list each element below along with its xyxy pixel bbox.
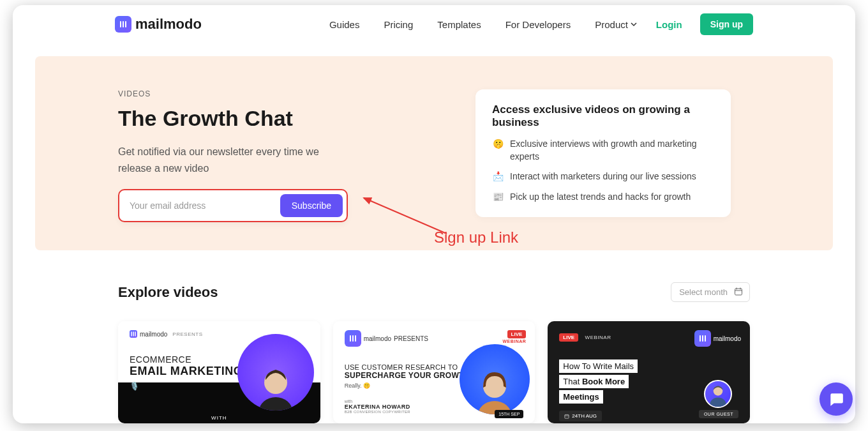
svg-rect-15 xyxy=(355,335,356,342)
svg-rect-18 xyxy=(700,335,701,342)
benefits-heading: Access exclusive videos on growing a bus… xyxy=(492,103,714,129)
top-nav: mailmodo Guides Pricing Templates For De… xyxy=(13,5,855,43)
brand-logo-icon xyxy=(130,330,137,338)
benefits-card: Access exclusive videos on growing a bus… xyxy=(475,89,731,217)
card-title-line: Meetings xyxy=(559,390,602,404)
card-presents: PRESENTS xyxy=(172,331,202,337)
nav-product[interactable]: Product xyxy=(595,19,637,30)
benefit-item: 🤫 Exclusive interviews with growth and m… xyxy=(492,138,714,163)
calendar-icon xyxy=(564,414,569,419)
card-brand-text: mailmodo xyxy=(714,335,741,342)
explore-title: Explore videos xyxy=(118,284,218,301)
svg-rect-2 xyxy=(125,21,126,27)
nav-developers[interactable]: For Developers xyxy=(505,19,571,30)
subscribe-form: Subscribe xyxy=(118,189,348,222)
benefit-emoji-icon: 📰 xyxy=(492,191,504,204)
benefit-emoji-icon: 📩 xyxy=(492,170,504,183)
live-badge: LIVE xyxy=(507,330,527,338)
explore-header: Explore videos Select month xyxy=(118,282,750,302)
svg-rect-1 xyxy=(123,21,124,27)
svg-point-24 xyxy=(710,398,726,409)
brand-logo-icon xyxy=(694,330,711,347)
video-cards: mailmodo PRESENTS ECOMMERCE EMAIL MARKET… xyxy=(118,321,750,423)
nav-links: Guides Pricing Templates For Developers … xyxy=(329,19,637,30)
speaker-avatar xyxy=(460,344,530,414)
login-link[interactable]: Login xyxy=(656,19,682,30)
benefit-text: Interact with marketers during our live … xyxy=(510,170,696,183)
nav-templates[interactable]: Templates xyxy=(437,19,481,30)
date-badge: 24TH AUG xyxy=(559,411,602,421)
speaker-avatar xyxy=(237,334,314,411)
signup-button[interactable]: Sign up xyxy=(700,13,753,35)
benefit-text: Exclusive interviews with growth and mar… xyxy=(510,138,714,163)
brand-logo-icon xyxy=(345,330,361,347)
card-brand: mailmodo xyxy=(694,330,741,347)
subscribe-button[interactable]: Subscribe xyxy=(280,194,343,217)
video-card-research[interactable]: LIVE WEBINAR mailmodo PRESENTS USE CUSTO… xyxy=(333,321,535,423)
hero-subtitle: Get notified via our newsletter every ti… xyxy=(118,144,348,176)
webinar-badge: WEBINAR xyxy=(502,339,526,344)
svg-rect-13 xyxy=(350,335,351,342)
chat-icon xyxy=(828,391,844,407)
card-with: WITH xyxy=(211,415,227,421)
benefit-emoji-icon: 🤫 xyxy=(492,138,504,163)
annotation-label: Sign up Link xyxy=(434,229,518,246)
speaker-avatar xyxy=(704,380,732,408)
svg-rect-0 xyxy=(120,21,121,27)
webinar-badge: WEBINAR xyxy=(585,335,611,340)
benefit-item: 📰 Pick up the latest trends and hacks fo… xyxy=(492,191,714,204)
svg-rect-14 xyxy=(352,335,354,342)
nav-guides[interactable]: Guides xyxy=(329,19,360,30)
hero-eyebrow: VIDEOS xyxy=(118,89,361,98)
chat-widget-button[interactable] xyxy=(819,382,853,416)
card-title-line: That Book More xyxy=(559,375,629,388)
hero-left: VIDEOS The Growth Chat Get notified via … xyxy=(118,89,361,222)
date-text: 24TH AUG xyxy=(572,413,597,419)
svg-rect-8 xyxy=(131,331,132,336)
benefit-item: 📩 Interact with marketers during our liv… xyxy=(492,170,714,183)
svg-rect-10 xyxy=(135,331,136,336)
card-brand-text: mailmodo xyxy=(140,331,167,338)
svg-rect-20 xyxy=(705,335,706,342)
calendar-icon xyxy=(734,287,743,298)
brand-name: mailmodo xyxy=(135,16,202,33)
svg-rect-9 xyxy=(133,331,134,336)
chevron-down-icon xyxy=(631,21,637,27)
svg-rect-19 xyxy=(702,335,703,342)
nav-product-label: Product xyxy=(595,19,628,30)
benefit-text: Pick up the latest trends and hacks for … xyxy=(510,191,691,204)
date-badge: 15TH SEP xyxy=(495,410,523,418)
svg-rect-4 xyxy=(735,289,742,295)
brand-logo-icon xyxy=(115,16,131,33)
video-card-ecommerce[interactable]: mailmodo PRESENTS ECOMMERCE EMAIL MARKET… xyxy=(118,321,320,423)
video-card-meetings[interactable]: LIVE WEBINAR mailmodo How To Write Mails… xyxy=(548,321,750,423)
svg-point-11 xyxy=(259,397,292,411)
month-select[interactable]: Select month xyxy=(671,282,750,302)
card-title-line: How To Write Mails xyxy=(559,359,638,373)
card-brand-text: mailmodo xyxy=(364,335,391,342)
nav-right: Login Sign up xyxy=(656,13,753,35)
brand-logo[interactable]: mailmodo xyxy=(115,16,202,33)
email-input[interactable] xyxy=(130,200,280,211)
svg-rect-21 xyxy=(565,414,569,418)
live-badge: LIVE xyxy=(559,333,578,342)
hero-title: The Growth Chat xyxy=(118,106,361,131)
hero-section: VIDEOS The Growth Chat Get notified via … xyxy=(35,56,833,250)
month-select-placeholder: Select month xyxy=(679,287,728,297)
card-presents: PRESENTS xyxy=(394,335,428,342)
nav-pricing[interactable]: Pricing xyxy=(384,19,413,30)
guest-badge: OUR GUEST xyxy=(699,410,738,418)
explore-section: Explore videos Select month mailmodo PRE… xyxy=(13,250,855,423)
